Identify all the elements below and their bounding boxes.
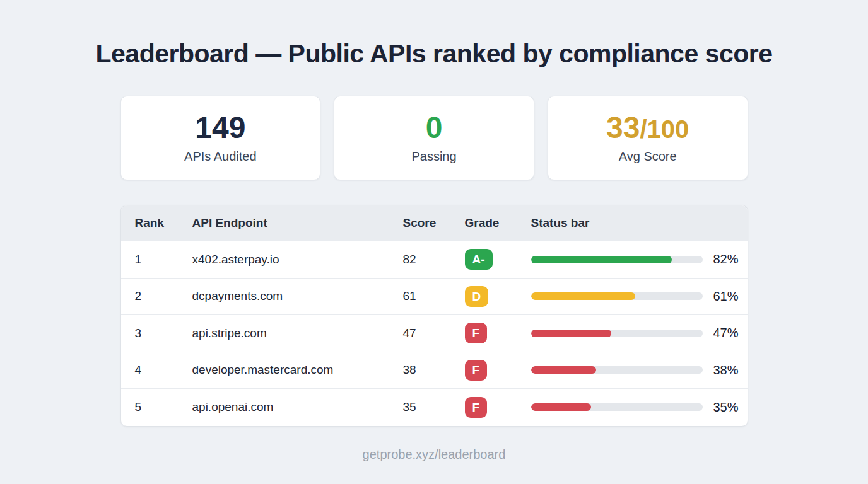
endpoint-cell: x402.asterpay.io	[192, 253, 403, 267]
score-cell: 61	[403, 289, 465, 303]
column-header-grade: Grade	[465, 216, 531, 230]
score-cell: 35	[403, 400, 465, 414]
table-row: 2 dcpayments.com 61 D 61%	[121, 279, 748, 316]
rank-cell: 1	[135, 253, 192, 267]
passing-label: Passing	[411, 149, 456, 164]
column-header-status-bar: Status bar	[531, 216, 739, 230]
percent-label: 47%	[713, 326, 738, 340]
grade-badge: F	[465, 360, 488, 381]
apis-audited-value: 149	[195, 112, 245, 144]
status-bar-fill	[531, 403, 591, 411]
percent-label: 38%	[713, 363, 738, 377]
endpoint-cell: developer.mastercard.com	[192, 363, 403, 377]
endpoint-cell: api.openai.com	[192, 400, 403, 414]
grade-badge: D	[465, 286, 489, 307]
status-bar-track	[531, 292, 703, 300]
rank-cell: 4	[135, 363, 192, 377]
status-bar-track	[531, 330, 703, 337]
stat-card-apis-audited: 149 APIs Audited	[120, 96, 321, 180]
avg-score-label: Avg Score	[619, 149, 677, 164]
status-bar-fill	[531, 292, 636, 300]
apis-audited-label: APIs Audited	[184, 149, 257, 164]
table-row: 5 api.openai.com 35 F 35%	[121, 389, 748, 426]
percent-label: 82%	[713, 252, 738, 267]
grade-badge: F	[465, 397, 488, 418]
status-bar-fill	[531, 366, 596, 374]
leaderboard-page: Leaderboard — Public APIs ranked by comp…	[0, 0, 868, 484]
status-bar-track	[531, 256, 703, 263]
status-bar-fill	[531, 330, 612, 337]
status-bar-track	[531, 403, 703, 411]
column-header-score: Score	[403, 216, 465, 230]
table-row: 3 api.stripe.com 47 F 47%	[121, 315, 748, 352]
rank-cell: 2	[135, 289, 192, 303]
score-cell: 38	[403, 363, 465, 377]
percent-label: 61%	[713, 289, 738, 304]
avg-score-suffix: /100	[640, 115, 689, 143]
grade-badge: A-	[465, 249, 493, 270]
score-cell: 47	[403, 326, 465, 340]
footer-url: getprobe.xyz/leaderboard	[0, 447, 868, 462]
page-title: Leaderboard — Public APIs ranked by comp…	[0, 39, 868, 69]
avg-score-value: 33/100	[606, 112, 689, 144]
status-bar-fill	[531, 256, 672, 263]
table-row: 1 x402.asterpay.io 82 A- 82%	[121, 241, 748, 279]
grade-badge: F	[465, 323, 488, 343]
table-row: 4 developer.mastercard.com 38 F 38%	[121, 352, 748, 389]
endpoint-cell: dcpayments.com	[192, 289, 403, 303]
column-header-rank: Rank	[135, 216, 192, 230]
score-cell: 82	[403, 253, 465, 267]
stats-row: 149 APIs Audited 0 Passing 33/100 Avg Sc…	[120, 96, 748, 180]
endpoint-cell: api.stripe.com	[192, 326, 403, 340]
percent-label: 35%	[713, 400, 738, 415]
passing-value: 0	[426, 112, 443, 144]
leaderboard-table: Rank API Endpoint Score Grade Status bar…	[120, 205, 748, 427]
table-header-row: Rank API Endpoint Score Grade Status bar	[121, 205, 748, 241]
status-bar-track	[531, 366, 703, 374]
stat-card-avg-score: 33/100 Avg Score	[548, 96, 748, 180]
stat-card-passing: 0 Passing	[334, 96, 534, 180]
column-header-endpoint: API Endpoint	[192, 216, 403, 230]
rank-cell: 5	[135, 400, 192, 414]
rank-cell: 3	[135, 326, 192, 340]
